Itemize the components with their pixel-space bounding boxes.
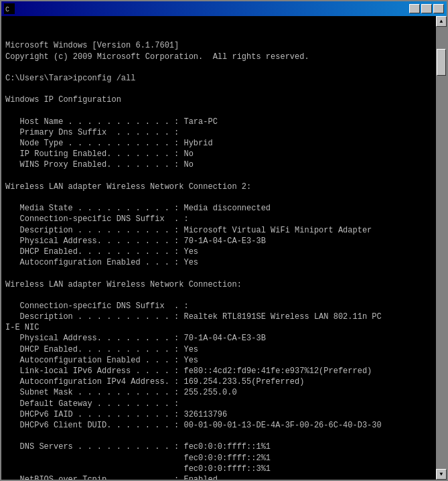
scrollbar[interactable]: ▲ ▼ [436,16,447,480]
cmd-window: C Microsoft Windows [Version 6.1.7601] C… [0,0,448,481]
cmd-icon: C [4,3,15,14]
title-buttons [409,4,444,13]
title-bar-left: C [4,3,17,14]
terminal-content: Microsoft Windows [Version 6.1.7601] Cop… [5,40,443,480]
scroll-track[interactable] [436,27,447,469]
scroll-thumb[interactable] [437,49,446,76]
scroll-down-arrow[interactable]: ▼ [436,469,447,480]
maximize-button[interactable] [421,4,432,13]
terminal-output: Microsoft Windows [Version 6.1.7601] Cop… [1,16,447,480]
title-bar: C [1,1,447,16]
scroll-up-arrow[interactable]: ▲ [436,16,447,27]
svg-text:C: C [5,6,9,13]
minimize-button[interactable] [409,4,420,13]
close-button[interactable] [433,4,444,13]
